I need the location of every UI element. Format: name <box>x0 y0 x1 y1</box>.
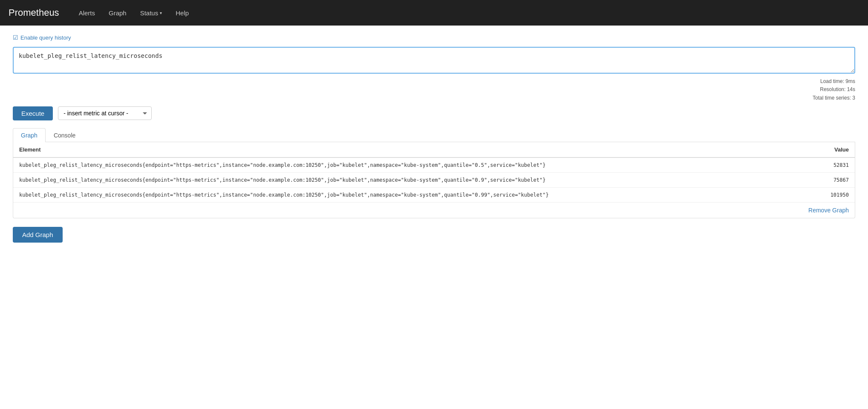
navbar: Prometheus Alerts Graph Status ▾ Help <box>0 0 868 26</box>
nav-item-help[interactable]: Help <box>169 6 196 20</box>
tabs: Graph Console <box>13 128 855 142</box>
table-header-row: Element Value <box>13 142 855 157</box>
value-cell: 52831 <box>810 157 855 173</box>
element-cell: kubelet_pleg_relist_latency_microseconds… <box>13 187 810 202</box>
query-input[interactable]: kubelet_pleg_relist_latency_microseconds <box>13 47 855 74</box>
element-cell: kubelet_pleg_relist_latency_microseconds… <box>13 157 810 173</box>
element-column-header: Element <box>13 142 810 157</box>
enable-query-history-link[interactable]: ☑ Enable query history <box>13 34 71 41</box>
remove-graph-link[interactable]: Remove Graph <box>808 207 849 214</box>
tab-graph[interactable]: Graph <box>13 128 46 142</box>
nav-item-status-label: Status <box>140 9 159 17</box>
execute-row: Execute - insert metric at cursor - <box>13 106 855 120</box>
element-cell: kubelet_pleg_relist_latency_microseconds… <box>13 172 810 187</box>
remove-graph-row: Remove Graph <box>13 202 855 218</box>
resolution: Resolution: 14s <box>813 86 855 94</box>
tab-console[interactable]: Console <box>46 128 84 142</box>
stats-row: Load time: 9ms Resolution: 14s Total tim… <box>13 77 855 102</box>
nav-item-alerts[interactable]: Alerts <box>72 6 102 20</box>
metric-at-cursor-select[interactable]: - insert metric at cursor - <box>58 106 152 120</box>
enable-query-history-label: Enable query history <box>20 34 71 41</box>
table-row: kubelet_pleg_relist_latency_microseconds… <box>13 157 855 173</box>
total-series: Total time series: 3 <box>813 94 855 102</box>
table-row: kubelet_pleg_relist_latency_microseconds… <box>13 172 855 187</box>
chevron-down-icon: ▾ <box>160 11 162 15</box>
value-column-header: Value <box>810 142 855 157</box>
table-body: kubelet_pleg_relist_latency_microseconds… <box>13 157 855 202</box>
value-cell: 101950 <box>810 187 855 202</box>
execute-button[interactable]: Execute <box>13 106 53 120</box>
results-table: Element Value kubelet_pleg_relist_latenc… <box>13 142 855 202</box>
table-row: kubelet_pleg_relist_latency_microseconds… <box>13 187 855 202</box>
navbar-brand[interactable]: Prometheus <box>9 7 59 18</box>
nav-item-graph[interactable]: Graph <box>102 6 133 20</box>
stats-text: Load time: 9ms Resolution: 14s Total tim… <box>813 77 855 102</box>
history-icon: ☑ <box>13 34 18 41</box>
navbar-nav: Alerts Graph Status ▾ Help <box>72 6 196 20</box>
load-time: Load time: 9ms <box>813 77 855 86</box>
main-content: ☑ Enable query history kubelet_pleg_reli… <box>0 26 868 251</box>
graph-panel: Element Value kubelet_pleg_relist_latenc… <box>13 142 855 218</box>
nav-item-status[interactable]: Status ▾ <box>133 6 169 20</box>
add-graph-button[interactable]: Add Graph <box>13 227 63 243</box>
value-cell: 75867 <box>810 172 855 187</box>
